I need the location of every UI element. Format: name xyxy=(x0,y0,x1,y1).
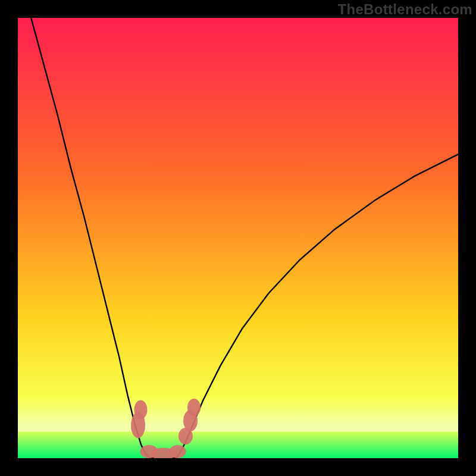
highlight-blob xyxy=(170,445,186,458)
bottleneck-chart xyxy=(18,18,458,458)
chart-frame: TheBottleneck.com xyxy=(0,0,476,476)
plot-area xyxy=(18,18,458,458)
gradient-background xyxy=(18,18,458,458)
green-band xyxy=(18,432,458,458)
highlight-blob xyxy=(187,399,201,416)
watermark-text: TheBottleneck.com xyxy=(338,1,472,18)
highlight-blob xyxy=(134,400,147,419)
